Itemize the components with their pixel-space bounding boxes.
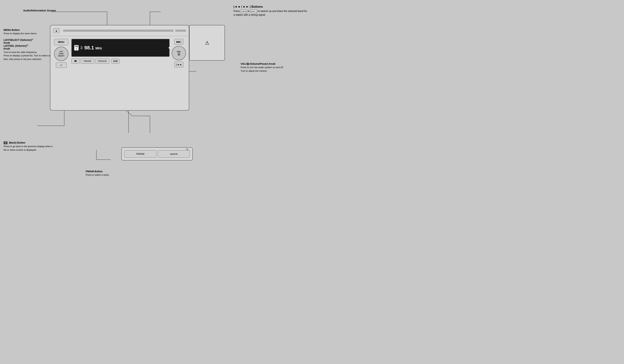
menu-button-annotation: MENU Button Press to display the menu it…: [3, 28, 53, 35]
buttons-title: |◄◄ / ►► | Buttons: [234, 5, 309, 9]
skip-back-button[interactable]: |◄◄: [174, 62, 183, 67]
radio-unit: ▲ MENU LISTPUSHSELECT ↩ FM1 3: [50, 25, 189, 111]
eject-button[interactable]: ▲: [53, 28, 60, 33]
menu-button[interactable]: MENU: [54, 39, 68, 45]
fmam-button-desc: Press to select a band.: [86, 173, 139, 177]
page: Audio/Information Screen |◄◄ / ►► | Butt…: [0, 0, 312, 182]
back-button-title: ↩ (Back) Button: [3, 141, 53, 144]
back-symbol: ↩: [3, 142, 7, 144]
list-knob-label: LISTPUSHSELECT: [58, 51, 64, 57]
fm-badge: FM1: [74, 45, 78, 50]
list-select-knob[interactable]: LISTPUSHSELECT: [54, 47, 68, 61]
mhz-label: MHz: [95, 47, 102, 50]
left-controls: MENU LISTPUSHSELECT ↩: [53, 39, 69, 107]
display-screen: FM1 3 98.1 MHz: [71, 39, 170, 57]
right-controls: ▶▶| VOL ⏻ |◄◄: [172, 39, 186, 107]
left-annotations: MENU Button Press to display the menu it…: [3, 28, 53, 64]
secondary-buttons: FM/AM source: [124, 150, 190, 158]
back-arrow-icon: ↩: [60, 64, 62, 67]
audio-info-screen-label: Audio/Information Screen: [23, 9, 56, 12]
vol-knob-desc: Press to turn the audio system on and of…: [241, 66, 298, 73]
secondary-panel: *2 FM/AM source: [121, 147, 193, 161]
sup1: *1: [32, 39, 33, 40]
list-select-title1: LIST/SELECT (Selector)*1 Knob LIST/SEL (…: [3, 39, 53, 50]
fmam-button[interactable]: FM/AM: [81, 58, 94, 64]
phone-button[interactable]: ☎: [71, 58, 79, 64]
back-button-desc: Press to go back to the previous display…: [3, 145, 53, 152]
fmam-button-title: FM/AM Button: [86, 170, 139, 173]
fmam-button-annotation: FM/AM Button Press to select a band.: [86, 170, 139, 177]
tape-slot: [63, 30, 174, 32]
sup2: *2: [27, 44, 28, 46]
radio-top-strip: ▲: [50, 25, 189, 36]
freq-value: 98.1: [84, 45, 94, 50]
far-right-panel: ⚠: [189, 25, 225, 61]
skip-forward-button[interactable]: ▶▶|: [174, 39, 183, 45]
list-select-desc: Turn to tune the radio frequency. Press …: [3, 50, 53, 61]
preset-number: 3: [80, 46, 82, 50]
buttons-description: Press |◄◄ or ►► | to search up and down …: [234, 9, 309, 17]
rew-icon: |◄◄: [241, 10, 247, 13]
radio-main-body: MENU LISTPUSHSELECT ↩ FM1 3 98.1 MHz: [50, 36, 189, 110]
display-dot: [169, 47, 170, 49]
frequency-display: 98.1 MHz: [84, 45, 102, 51]
secondary-source-button[interactable]: source: [158, 150, 190, 158]
vol-knob-annotation: VOL/⏻ (Volume/Power) Knob Press to turn …: [241, 62, 298, 73]
back-button[interactable]: ↩: [56, 62, 67, 68]
back-button-annotation: ↩ (Back) Button Press to go back to the …: [3, 141, 53, 152]
vol-knob[interactable]: VOL ⏻: [172, 46, 186, 60]
center-display: FM1 3 98.1 MHz ☎ FM/AM CD/AUX AUX: [71, 39, 170, 107]
fwd-icon: ►► |: [250, 10, 257, 13]
list-select-annotation: LIST/SELECT (Selector)*1 Knob LIST/SEL (…: [3, 39, 53, 61]
button-row: ☎ FM/AM CD/AUX AUX: [71, 58, 170, 64]
cdaux-button[interactable]: CD/AUX: [95, 58, 109, 64]
aux-button[interactable]: AUX: [111, 59, 120, 64]
vol-label: VOL: [177, 51, 181, 53]
power-icon: ⏻: [178, 53, 180, 56]
secondary-fmam-button[interactable]: FM/AM: [124, 150, 156, 158]
small-rect: [175, 30, 186, 32]
triangle-eject-icon: ⚠: [205, 40, 209, 46]
power-symbol: ⏻: [246, 62, 249, 65]
menu-button-desc: Press to display the menu items.: [3, 32, 53, 35]
vol-knob-title: VOL/⏻ (Volume/Power) Knob: [241, 62, 298, 65]
menu-button-title: MENU Button: [3, 28, 53, 31]
top-right-buttons-annotation: |◄◄ / ►► | Buttons Press |◄◄ or ►► | to …: [234, 5, 309, 17]
star2-label: *2: [186, 148, 188, 151]
